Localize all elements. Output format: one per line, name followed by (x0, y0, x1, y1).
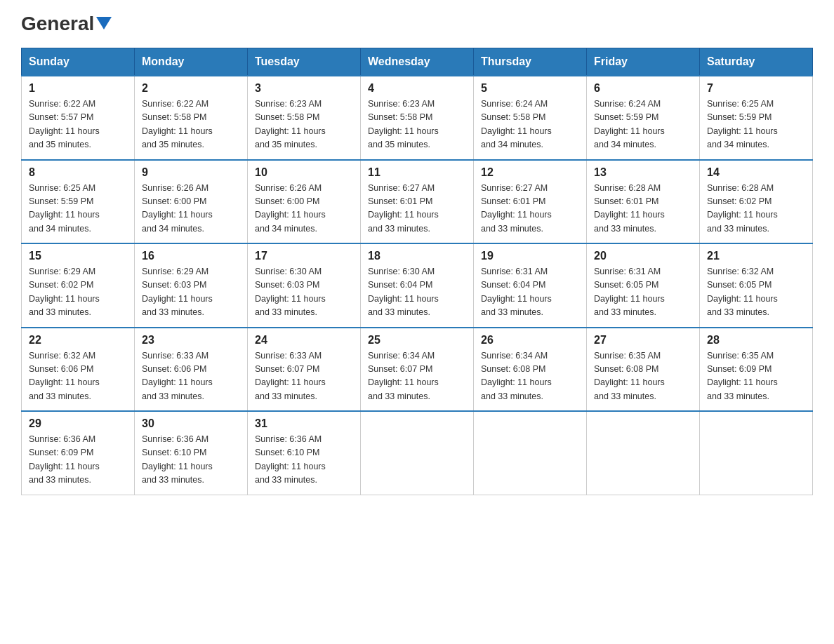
day-info: Sunrise: 6:26 AMSunset: 6:00 PMDaylight:… (255, 183, 326, 234)
calendar-cell: 11 Sunrise: 6:27 AMSunset: 6:01 PMDaylig… (361, 160, 474, 244)
day-number: 6 (594, 82, 692, 95)
calendar-cell: 16 Sunrise: 6:29 AMSunset: 6:03 PMDaylig… (135, 243, 248, 328)
day-info: Sunrise: 6:22 AMSunset: 5:58 PMDaylight:… (142, 99, 213, 149)
calendar-cell: 14 Sunrise: 6:28 AMSunset: 6:02 PMDaylig… (700, 160, 813, 244)
day-info: Sunrise: 6:34 AMSunset: 6:07 PMDaylight:… (368, 351, 439, 401)
day-number: 16 (142, 250, 240, 262)
day-number: 31 (255, 417, 353, 430)
calendar-cell: 5 Sunrise: 6:24 AMSunset: 5:58 PMDayligh… (474, 76, 587, 160)
day-info: Sunrise: 6:35 AMSunset: 6:08 PMDaylight:… (594, 351, 665, 401)
day-info: Sunrise: 6:23 AMSunset: 5:58 PMDaylight:… (255, 99, 326, 149)
calendar-cell: 23 Sunrise: 6:33 AMSunset: 6:06 PMDaylig… (135, 328, 248, 412)
calendar-cell: 6 Sunrise: 6:24 AMSunset: 5:59 PMDayligh… (587, 76, 700, 160)
calendar-week-row: 22 Sunrise: 6:32 AMSunset: 6:06 PMDaylig… (22, 328, 813, 412)
calendar-header-friday: Friday (587, 48, 700, 76)
calendar-cell (587, 411, 700, 495)
day-number: 15 (29, 250, 127, 262)
day-number: 13 (594, 166, 692, 179)
day-info: Sunrise: 6:35 AMSunset: 6:09 PMDaylight:… (707, 351, 778, 401)
day-info: Sunrise: 6:36 AMSunset: 6:09 PMDaylight:… (29, 434, 100, 485)
calendar-week-row: 1 Sunrise: 6:22 AMSunset: 5:57 PMDayligh… (22, 76, 813, 160)
day-number: 29 (29, 417, 127, 430)
day-info: Sunrise: 6:25 AMSunset: 5:59 PMDaylight:… (707, 99, 778, 149)
day-number: 9 (142, 166, 240, 179)
day-number: 20 (594, 250, 692, 262)
calendar-cell: 21 Sunrise: 6:32 AMSunset: 6:05 PMDaylig… (700, 243, 813, 328)
calendar-week-row: 8 Sunrise: 6:25 AMSunset: 5:59 PMDayligh… (22, 160, 813, 244)
calendar-cell: 18 Sunrise: 6:30 AMSunset: 6:04 PMDaylig… (361, 243, 474, 328)
calendar-cell: 17 Sunrise: 6:30 AMSunset: 6:03 PMDaylig… (248, 243, 361, 328)
day-number: 22 (29, 334, 127, 347)
day-number: 8 (29, 166, 127, 179)
day-info: Sunrise: 6:36 AMSunset: 6:10 PMDaylight:… (255, 434, 326, 485)
calendar-header-saturday: Saturday (700, 48, 813, 76)
calendar-week-row: 29 Sunrise: 6:36 AMSunset: 6:09 PMDaylig… (22, 411, 813, 495)
logo-text-general: General (21, 14, 94, 34)
day-number: 5 (481, 82, 579, 95)
calendar-cell: 30 Sunrise: 6:36 AMSunset: 6:10 PMDaylig… (135, 411, 248, 495)
calendar-cell: 19 Sunrise: 6:31 AMSunset: 6:04 PMDaylig… (474, 243, 587, 328)
day-number: 28 (707, 334, 805, 347)
calendar-cell: 31 Sunrise: 6:36 AMSunset: 6:10 PMDaylig… (248, 411, 361, 495)
day-info: Sunrise: 6:31 AMSunset: 6:05 PMDaylight:… (594, 267, 665, 317)
day-number: 12 (481, 166, 579, 179)
calendar-cell: 15 Sunrise: 6:29 AMSunset: 6:02 PMDaylig… (22, 243, 135, 328)
day-number: 30 (142, 417, 240, 430)
calendar-cell: 26 Sunrise: 6:34 AMSunset: 6:08 PMDaylig… (474, 328, 587, 412)
day-info: Sunrise: 6:26 AMSunset: 6:00 PMDaylight:… (142, 183, 213, 234)
day-number: 1 (29, 82, 127, 95)
calendar-header-row: SundayMondayTuesdayWednesdayThursdayFrid… (22, 48, 813, 76)
calendar-header-tuesday: Tuesday (248, 48, 361, 76)
day-number: 2 (142, 82, 240, 95)
day-number: 18 (368, 250, 466, 262)
day-info: Sunrise: 6:23 AMSunset: 5:58 PMDaylight:… (368, 99, 439, 149)
calendar-cell: 20 Sunrise: 6:31 AMSunset: 6:05 PMDaylig… (587, 243, 700, 328)
calendar-cell: 25 Sunrise: 6:34 AMSunset: 6:07 PMDaylig… (361, 328, 474, 412)
calendar-week-row: 15 Sunrise: 6:29 AMSunset: 6:02 PMDaylig… (22, 243, 813, 328)
day-info: Sunrise: 6:30 AMSunset: 6:03 PMDaylight:… (255, 267, 326, 317)
day-info: Sunrise: 6:33 AMSunset: 6:06 PMDaylight:… (142, 351, 213, 401)
day-number: 17 (255, 250, 353, 262)
day-info: Sunrise: 6:33 AMSunset: 6:07 PMDaylight:… (255, 351, 326, 401)
day-info: Sunrise: 6:31 AMSunset: 6:04 PMDaylight:… (481, 267, 552, 317)
calendar-cell: 8 Sunrise: 6:25 AMSunset: 5:59 PMDayligh… (22, 160, 135, 244)
calendar-cell: 12 Sunrise: 6:27 AMSunset: 6:01 PMDaylig… (474, 160, 587, 244)
day-info: Sunrise: 6:24 AMSunset: 5:59 PMDaylight:… (594, 99, 665, 149)
day-number: 24 (255, 334, 353, 347)
day-info: Sunrise: 6:36 AMSunset: 6:10 PMDaylight:… (142, 434, 213, 485)
day-info: Sunrise: 6:32 AMSunset: 6:05 PMDaylight:… (707, 267, 778, 317)
day-number: 25 (368, 334, 466, 347)
day-info: Sunrise: 6:22 AMSunset: 5:57 PMDaylight:… (29, 99, 100, 149)
day-number: 10 (255, 166, 353, 179)
calendar-cell: 10 Sunrise: 6:26 AMSunset: 6:00 PMDaylig… (248, 160, 361, 244)
calendar-header-wednesday: Wednesday (361, 48, 474, 76)
calendar-header-monday: Monday (135, 48, 248, 76)
calendar-cell (700, 411, 813, 495)
day-number: 4 (368, 82, 466, 95)
day-number: 7 (707, 82, 805, 95)
day-info: Sunrise: 6:32 AMSunset: 6:06 PMDaylight:… (29, 351, 100, 401)
calendar-cell: 2 Sunrise: 6:22 AMSunset: 5:58 PMDayligh… (135, 76, 248, 160)
day-info: Sunrise: 6:29 AMSunset: 6:02 PMDaylight:… (29, 267, 100, 317)
calendar-cell: 24 Sunrise: 6:33 AMSunset: 6:07 PMDaylig… (248, 328, 361, 412)
calendar-cell: 1 Sunrise: 6:22 AMSunset: 5:57 PMDayligh… (22, 76, 135, 160)
calendar-cell: 29 Sunrise: 6:36 AMSunset: 6:09 PMDaylig… (22, 411, 135, 495)
calendar-cell: 28 Sunrise: 6:35 AMSunset: 6:09 PMDaylig… (700, 328, 813, 412)
day-info: Sunrise: 6:28 AMSunset: 6:02 PMDaylight:… (707, 183, 778, 234)
day-info: Sunrise: 6:30 AMSunset: 6:04 PMDaylight:… (368, 267, 439, 317)
day-number: 3 (255, 82, 353, 95)
logo: General (21, 14, 112, 35)
calendar-table: SundayMondayTuesdayWednesdayThursdayFrid… (21, 48, 813, 495)
day-number: 23 (142, 334, 240, 347)
calendar-header-thursday: Thursday (474, 48, 587, 76)
page-header: General (21, 14, 813, 35)
day-number: 27 (594, 334, 692, 347)
day-info: Sunrise: 6:29 AMSunset: 6:03 PMDaylight:… (142, 267, 213, 317)
logo-arrow-icon (96, 17, 112, 29)
calendar-cell: 4 Sunrise: 6:23 AMSunset: 5:58 PMDayligh… (361, 76, 474, 160)
day-info: Sunrise: 6:27 AMSunset: 6:01 PMDaylight:… (481, 183, 552, 234)
calendar-cell (474, 411, 587, 495)
calendar-cell: 27 Sunrise: 6:35 AMSunset: 6:08 PMDaylig… (587, 328, 700, 412)
calendar-cell: 3 Sunrise: 6:23 AMSunset: 5:58 PMDayligh… (248, 76, 361, 160)
day-number: 11 (368, 166, 466, 179)
